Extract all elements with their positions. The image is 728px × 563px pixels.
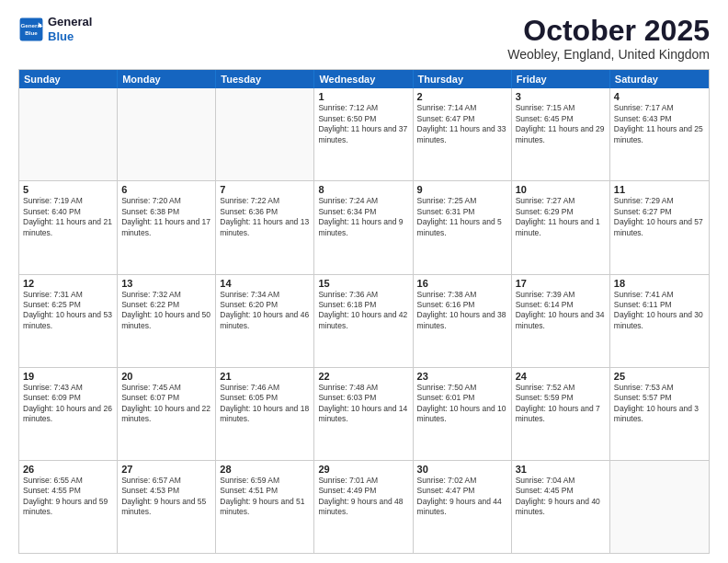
day-number: 25	[614, 371, 705, 382]
day-cell-6: 6Sunrise: 7:20 AM Sunset: 6:38 PM Daylig…	[118, 181, 216, 273]
day-number: 29	[318, 464, 408, 475]
day-cell-10: 10Sunrise: 7:27 AM Sunset: 6:29 PM Dayli…	[512, 181, 610, 273]
day-number: 13	[121, 278, 211, 289]
day-cell-30: 30Sunrise: 7:02 AM Sunset: 4:47 PM Dayli…	[414, 461, 512, 553]
day-details: Sunrise: 7:02 AM Sunset: 4:47 PM Dayligh…	[417, 476, 507, 518]
day-of-week-monday: Monday	[118, 70, 216, 88]
day-number: 1	[318, 91, 408, 102]
day-details: Sunrise: 7:39 AM Sunset: 6:14 PM Dayligh…	[516, 290, 606, 332]
calendar-body: 1Sunrise: 7:12 AM Sunset: 6:50 PM Daylig…	[19, 88, 709, 553]
day-details: Sunrise: 7:29 AM Sunset: 6:27 PM Dayligh…	[614, 196, 705, 238]
day-of-week-sunday: Sunday	[19, 70, 118, 88]
day-number: 18	[614, 278, 705, 289]
day-number: 4	[614, 91, 705, 102]
day-number: 3	[516, 91, 606, 102]
day-of-week-saturday: Saturday	[610, 70, 709, 88]
day-details: Sunrise: 7:24 AM Sunset: 6:34 PM Dayligh…	[318, 196, 408, 238]
day-details: Sunrise: 7:25 AM Sunset: 6:31 PM Dayligh…	[417, 196, 507, 238]
calendar-header: SundayMondayTuesdayWednesdayThursdayFrid…	[19, 70, 709, 88]
day-cell-20: 20Sunrise: 7:45 AM Sunset: 6:07 PM Dayli…	[118, 368, 216, 460]
day-details: Sunrise: 7:27 AM Sunset: 6:29 PM Dayligh…	[516, 196, 606, 238]
day-details: Sunrise: 7:19 AM Sunset: 6:40 PM Dayligh…	[23, 196, 113, 238]
logo-text: General Blue	[48, 15, 92, 43]
day-cell-27: 27Sunrise: 6:57 AM Sunset: 4:53 PM Dayli…	[118, 461, 216, 553]
day-details: Sunrise: 7:36 AM Sunset: 6:18 PM Dayligh…	[318, 290, 408, 332]
day-cell-23: 23Sunrise: 7:50 AM Sunset: 6:01 PM Dayli…	[414, 368, 512, 460]
day-cell-2: 2Sunrise: 7:14 AM Sunset: 6:47 PM Daylig…	[414, 88, 512, 180]
day-number: 19	[23, 371, 113, 382]
logo: General Blue General Blue	[18, 15, 92, 43]
day-details: Sunrise: 6:55 AM Sunset: 4:55 PM Dayligh…	[23, 476, 113, 518]
day-details: Sunrise: 7:41 AM Sunset: 6:11 PM Dayligh…	[614, 290, 705, 332]
day-details: Sunrise: 7:01 AM Sunset: 4:49 PM Dayligh…	[318, 476, 408, 518]
day-cell-18: 18Sunrise: 7:41 AM Sunset: 6:11 PM Dayli…	[610, 275, 709, 367]
day-number: 24	[516, 371, 606, 382]
day-cell-21: 21Sunrise: 7:46 AM Sunset: 6:05 PM Dayli…	[216, 368, 314, 460]
day-number: 15	[318, 278, 408, 289]
title-block: October 2025 Weobley, England, United Ki…	[507, 15, 710, 62]
day-cell-14: 14Sunrise: 7:34 AM Sunset: 6:20 PM Dayli…	[216, 275, 314, 367]
day-of-week-wednesday: Wednesday	[314, 70, 413, 88]
day-number: 12	[23, 278, 113, 289]
day-number: 5	[23, 184, 113, 195]
day-details: Sunrise: 7:04 AM Sunset: 4:45 PM Dayligh…	[516, 476, 606, 518]
day-number: 2	[417, 91, 507, 102]
calendar-row-2: 5Sunrise: 7:19 AM Sunset: 6:40 PM Daylig…	[19, 180, 709, 273]
day-cell-15: 15Sunrise: 7:36 AM Sunset: 6:18 PM Dayli…	[314, 275, 413, 367]
day-number: 9	[417, 184, 507, 195]
day-details: Sunrise: 7:38 AM Sunset: 6:16 PM Dayligh…	[417, 290, 507, 332]
day-details: Sunrise: 7:53 AM Sunset: 5:57 PM Dayligh…	[614, 383, 705, 425]
day-details: Sunrise: 7:46 AM Sunset: 6:05 PM Dayligh…	[220, 383, 310, 425]
day-number: 10	[516, 184, 606, 195]
empty-cell	[216, 88, 314, 180]
location-subtitle: Weobley, England, United Kingdom	[507, 47, 710, 62]
empty-cell	[610, 461, 709, 553]
day-cell-24: 24Sunrise: 7:52 AM Sunset: 5:59 PM Dayli…	[512, 368, 610, 460]
day-number: 26	[23, 464, 113, 475]
day-number: 8	[318, 184, 408, 195]
day-number: 27	[121, 464, 211, 475]
day-number: 30	[417, 464, 507, 475]
calendar: SundayMondayTuesdayWednesdayThursdayFrid…	[18, 69, 710, 554]
day-details: Sunrise: 7:43 AM Sunset: 6:09 PM Dayligh…	[23, 383, 113, 425]
day-details: Sunrise: 7:52 AM Sunset: 5:59 PM Dayligh…	[516, 383, 606, 425]
day-cell-12: 12Sunrise: 7:31 AM Sunset: 6:25 PM Dayli…	[19, 275, 118, 367]
day-details: Sunrise: 7:32 AM Sunset: 6:22 PM Dayligh…	[121, 290, 211, 332]
day-number: 22	[318, 371, 408, 382]
day-details: Sunrise: 7:45 AM Sunset: 6:07 PM Dayligh…	[121, 383, 211, 425]
day-cell-1: 1Sunrise: 7:12 AM Sunset: 6:50 PM Daylig…	[314, 88, 413, 180]
page: General Blue General Blue October 2025 W…	[0, 0, 728, 563]
calendar-row-3: 12Sunrise: 7:31 AM Sunset: 6:25 PM Dayli…	[19, 274, 709, 367]
day-cell-11: 11Sunrise: 7:29 AM Sunset: 6:27 PM Dayli…	[610, 181, 709, 273]
empty-cell	[19, 88, 118, 180]
calendar-row-5: 26Sunrise: 6:55 AM Sunset: 4:55 PM Dayli…	[19, 460, 709, 553]
day-cell-29: 29Sunrise: 7:01 AM Sunset: 4:49 PM Dayli…	[314, 461, 413, 553]
day-details: Sunrise: 7:48 AM Sunset: 6:03 PM Dayligh…	[318, 383, 408, 425]
svg-text:Blue: Blue	[25, 29, 38, 36]
day-details: Sunrise: 7:22 AM Sunset: 6:36 PM Dayligh…	[220, 196, 310, 238]
day-of-week-thursday: Thursday	[414, 70, 512, 88]
header: General Blue General Blue October 2025 W…	[18, 15, 710, 62]
day-cell-9: 9Sunrise: 7:25 AM Sunset: 6:31 PM Daylig…	[414, 181, 512, 273]
day-cell-19: 19Sunrise: 7:43 AM Sunset: 6:09 PM Dayli…	[19, 368, 118, 460]
month-title: October 2025	[507, 15, 710, 47]
day-cell-22: 22Sunrise: 7:48 AM Sunset: 6:03 PM Dayli…	[314, 368, 413, 460]
day-cell-31: 31Sunrise: 7:04 AM Sunset: 4:45 PM Dayli…	[512, 461, 610, 553]
day-of-week-tuesday: Tuesday	[216, 70, 314, 88]
day-cell-16: 16Sunrise: 7:38 AM Sunset: 6:16 PM Dayli…	[414, 275, 512, 367]
logo-icon: General Blue	[18, 17, 44, 42]
day-details: Sunrise: 6:57 AM Sunset: 4:53 PM Dayligh…	[121, 476, 211, 518]
day-number: 28	[220, 464, 310, 475]
day-cell-26: 26Sunrise: 6:55 AM Sunset: 4:55 PM Dayli…	[19, 461, 118, 553]
day-cell-28: 28Sunrise: 6:59 AM Sunset: 4:51 PM Dayli…	[216, 461, 314, 553]
day-number: 11	[614, 184, 705, 195]
day-cell-13: 13Sunrise: 7:32 AM Sunset: 6:22 PM Dayli…	[118, 275, 216, 367]
day-cell-17: 17Sunrise: 7:39 AM Sunset: 6:14 PM Dayli…	[512, 275, 610, 367]
day-details: Sunrise: 7:50 AM Sunset: 6:01 PM Dayligh…	[417, 383, 507, 425]
day-details: Sunrise: 7:34 AM Sunset: 6:20 PM Dayligh…	[220, 290, 310, 332]
day-number: 14	[220, 278, 310, 289]
day-details: Sunrise: 7:20 AM Sunset: 6:38 PM Dayligh…	[121, 196, 211, 238]
day-number: 23	[417, 371, 507, 382]
day-details: Sunrise: 6:59 AM Sunset: 4:51 PM Dayligh…	[220, 476, 310, 518]
calendar-row-4: 19Sunrise: 7:43 AM Sunset: 6:09 PM Dayli…	[19, 367, 709, 460]
